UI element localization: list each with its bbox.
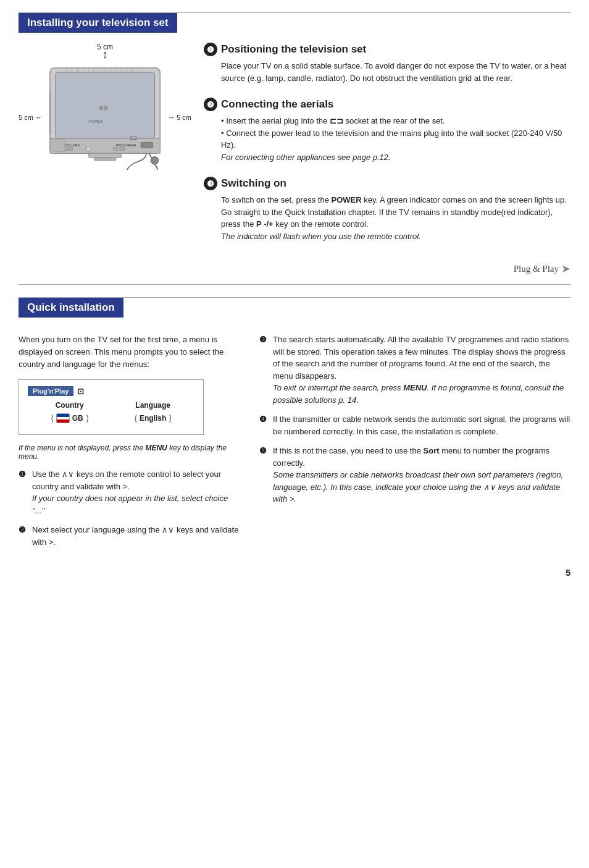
menu-mockup: Plug'n'Play ⊡ Country ⟨ GB ⟩ [19,379,204,435]
svg-rect-8 [113,147,118,150]
right-step4-body: If the transmitter or cable network send… [273,413,570,437]
quick-title: Quick installation [19,298,123,318]
right-step3-body: The search starts automatically. All the… [273,334,570,406]
left-step1-body: Use the ∧∨ keys on the remote control to… [32,468,241,516]
install-header: Installing your television set [19,13,570,43]
right-step4-num: ❹ [259,413,269,437]
left-step1-num: ❶ [19,468,28,516]
page-number: 5 [19,568,570,578]
step-connecting: ❷ Connecting the aerials Insert the aeri… [204,98,570,163]
plug-play-logo: Plug & Play ➤ [514,262,570,276]
svg-point-7 [86,146,91,152]
step3-body: To switch on the set, press the POWER ke… [221,194,570,242]
quick-right: ❸ The search starts automatically. All t… [259,334,570,555]
install-section: Installing your television set 5 cm ↕ 5 … [19,12,570,285]
quick-left-step1: ❶ Use the ∧∨ keys on the remote control … [19,468,241,516]
language-value: ⟨ English ⟩ [134,413,172,423]
step3-title: ❸ Switching on [204,177,570,190]
tv-row: 5 cm ↔ VOLUME PROGRAM [19,62,191,172]
right-step3-italic: To exit or interrupt the search, press M… [273,382,570,406]
right-step5-body: If this is not the case, you need to use… [273,445,570,505]
language-arrow-left: ⟨ [134,413,137,423]
country-arrow-left: ⟨ [51,413,54,423]
quick-right-step4: ❹ If the transmitter or cable network se… [259,413,570,437]
step-switching: ❸ Switching on To switch on the set, pre… [204,177,570,242]
svg-text:⊏⊐: ⊏⊐ [130,136,137,141]
step1-num: ❶ [204,43,217,56]
svg-rect-6 [67,147,72,150]
language-selected: English [140,414,166,423]
quick-intro: When you turn on the TV set for the firs… [19,334,241,371]
install-title: Installing your television set [19,13,177,33]
install-steps: ❶ Positioning the television set Place y… [204,43,570,256]
plug-play-text: Plug & Play [514,264,559,274]
step2-italic: For connecting other appliances see page… [221,151,570,164]
svg-rect-22 [104,106,107,109]
quick-right-step3: ❸ The search starts automatically. All t… [259,334,570,406]
svg-text:PROGRAM: PROGRAM [116,143,136,147]
quick-section: Quick installation When you turn on the … [19,297,570,555]
step3-italic: The indicator will flash when you use th… [221,230,570,243]
svg-rect-10 [88,153,122,158]
country-label: Country [51,401,89,410]
country-arrow-right: ⟩ [86,413,89,423]
menu-row: Country ⟨ GB ⟩ Language ⟨ Eng [28,401,194,428]
svg-rect-13 [51,140,65,152]
svg-rect-1 [56,72,155,138]
step2-title: ❷ Connecting the aerials [204,98,570,111]
menu-note: If the menu is not displayed, press the … [19,444,241,461]
step1-title: ❶ Positioning the television set [204,43,570,56]
left-label: 5 cm ↔ [19,114,42,121]
menu-col-language: Language ⟨ English ⟩ [134,401,172,428]
svg-text:VOLUME: VOLUME [64,143,80,147]
step2-bullet1: Insert the aerial plug into the ⊏⊐ socke… [221,115,570,127]
svg-rect-11 [94,158,116,160]
step2-list: Insert the aerial plug into the ⊏⊐ socke… [221,115,570,151]
top-label: 5 cm ↕ [19,43,191,60]
right-step5-num: ❺ [259,445,269,505]
quick-left: When you turn on the TV set for the firs… [19,334,241,555]
plug-play-arrow-icon: ➤ [561,262,570,276]
right-step3-num: ❸ [259,334,269,406]
step-positioning: ❶ Positioning the television set Place y… [204,43,570,84]
plug-play-container: Plug & Play ➤ [19,262,570,276]
menu-icon: ⊡ [77,387,84,396]
svg-rect-21 [99,106,102,109]
step2-body: Insert the aerial plug into the ⊏⊐ socke… [221,115,570,163]
svg-point-39 [151,156,158,164]
country-value: ⟨ GB ⟩ [51,413,89,423]
step3-text: To switch on the set, press the POWER ke… [221,194,570,230]
step2-bullet2: Connect the power lead to the television… [221,127,570,151]
country-selected: GB [72,414,83,423]
left-step2-num: ❷ [19,524,28,548]
menu-tab-label: Plug'n'Play [28,386,73,396]
svg-rect-9 [120,147,125,150]
right-label: ↔ 5 cm [168,114,191,121]
menu-col-country: Country ⟨ GB ⟩ [51,401,89,428]
tv-svg: VOLUME PROGRAM [44,62,165,172]
svg-rect-20 [141,142,153,148]
svg-text:Philips: Philips [88,119,103,124]
country-flag [56,413,70,423]
tv-diagram: 5 cm ↕ 5 cm ↔ VOLUME [19,43,191,256]
quick-right-step5: ❺ If this is not the case, you need to u… [259,445,570,505]
quick-content: When you turn on the TV set for the firs… [19,334,570,555]
step2-num: ❷ [204,98,217,111]
install-content: 5 cm ↕ 5 cm ↔ VOLUME [19,43,570,256]
left-step1-italic: If your country does not appear in the l… [32,492,241,516]
language-arrow-right: ⟩ [169,413,172,423]
quick-left-step2: ❷ Next select your language using the ∧∨… [19,524,241,548]
menu-title: Plug'n'Play ⊡ [28,386,194,396]
quick-header: Quick installation [19,298,570,327]
language-label: Language [134,401,172,410]
left-step2-body: Next select your language using the ∧∨ k… [32,524,241,548]
right-step5-italic: Some transmitters or cable networks broa… [273,469,570,505]
step1-body: Place your TV on a solid stable surface.… [221,60,570,84]
step3-num: ❸ [204,177,217,190]
